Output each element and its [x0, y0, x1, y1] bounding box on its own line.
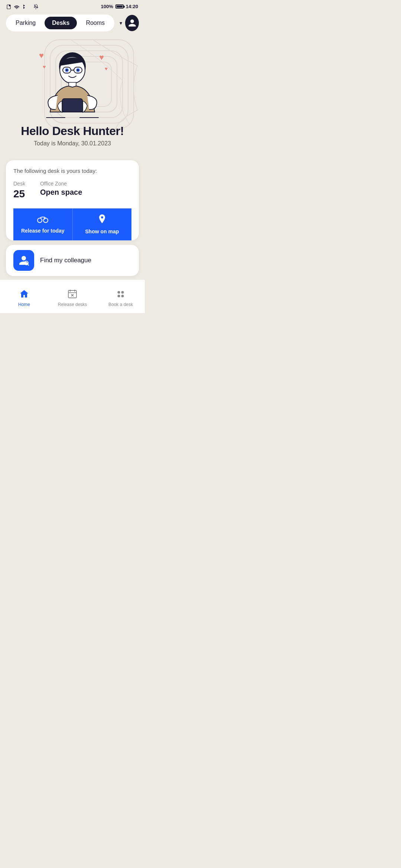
status-bar: 100% 14:20	[0, 0, 145, 11]
nav-tab-parking[interactable]: Parking	[8, 17, 43, 29]
book-desk-label: Book a desk	[108, 302, 133, 307]
heart-icon-small: ♥	[43, 64, 46, 70]
heart-icon-right-small: ♥	[105, 66, 108, 72]
desk-card: The following desk is yours today: Desk …	[6, 160, 139, 240]
action-buttons: Release for today Show on map	[13, 208, 131, 240]
status-icons	[7, 4, 38, 9]
hero-subtitle: Today is Monday, 30.01.2023	[34, 140, 111, 147]
character-illustration	[35, 43, 110, 121]
release-desks-label: Release desks	[58, 302, 87, 307]
desk-number-col: Desk 25	[13, 181, 25, 200]
office-zone-col: Office Zone Open space	[40, 181, 82, 200]
release-icon	[37, 215, 49, 226]
person-search-icon	[19, 255, 29, 266]
zone-value: Open space	[40, 188, 82, 197]
svg-point-22	[43, 218, 48, 223]
svg-point-21	[38, 218, 42, 223]
colleague-icon	[13, 250, 34, 271]
nav-tab-rooms[interactable]: Rooms	[78, 17, 112, 29]
svg-point-13	[66, 69, 68, 71]
release-button[interactable]: Release for today	[13, 208, 73, 240]
status-right: 100% 14:20	[101, 4, 138, 9]
home-label: Home	[18, 302, 30, 307]
show-map-button[interactable]: Show on map	[73, 208, 132, 240]
svg-rect-1	[9, 5, 10, 6]
nav-pill: Parking Desks Rooms	[6, 14, 114, 32]
header-nav: Parking Desks Rooms ▾	[0, 11, 145, 36]
svg-point-33	[118, 295, 120, 297]
colleague-label: Find my colleague	[40, 257, 91, 264]
desk-label: Desk	[13, 181, 25, 187]
svg-point-32	[121, 291, 124, 294]
battery-percent: 100%	[101, 4, 113, 9]
clock: 14:20	[126, 4, 138, 9]
heart-icon: ♥	[39, 51, 44, 60]
nav-tab-desks[interactable]: Desks	[45, 17, 77, 29]
show-map-label: Show on map	[85, 228, 119, 234]
svg-rect-18	[63, 99, 82, 112]
svg-line-24	[28, 264, 29, 266]
svg-point-15	[77, 69, 79, 71]
bottom-nav-book[interactable]: Book a desk	[97, 286, 145, 313]
user-avatar[interactable]	[125, 15, 139, 31]
bottom-nav-release[interactable]: Release desks	[48, 286, 97, 313]
zone-label: Office Zone	[40, 181, 82, 187]
hero-illustration-wrap: ♥ ♥ ♥ ♥	[32, 40, 113, 121]
battery-icon	[115, 4, 124, 9]
svg-rect-25	[68, 290, 76, 298]
svg-point-31	[118, 291, 120, 294]
location-icon	[98, 214, 106, 226]
calendar-x-icon	[68, 289, 77, 300]
chevron-down-icon[interactable]: ▾	[120, 20, 122, 26]
grid-icon	[116, 289, 125, 300]
bottom-nav-home[interactable]: Home	[0, 286, 48, 313]
person-icon	[128, 19, 137, 27]
desk-info-row: Desk 25 Office Zone Open space	[13, 181, 131, 200]
colleague-card[interactable]: Find my colleague	[6, 245, 139, 276]
hero-section: ♥ ♥ ♥ ♥	[0, 36, 145, 154]
home-icon	[19, 289, 29, 300]
desk-card-header: The following desk is yours today:	[13, 168, 131, 174]
release-label: Release for today	[21, 228, 65, 234]
desk-number: 25	[13, 188, 25, 200]
svg-point-34	[121, 295, 124, 297]
bottom-nav: Home Release desks Book a desk	[0, 279, 145, 313]
heart-icon-right: ♥	[99, 53, 104, 62]
